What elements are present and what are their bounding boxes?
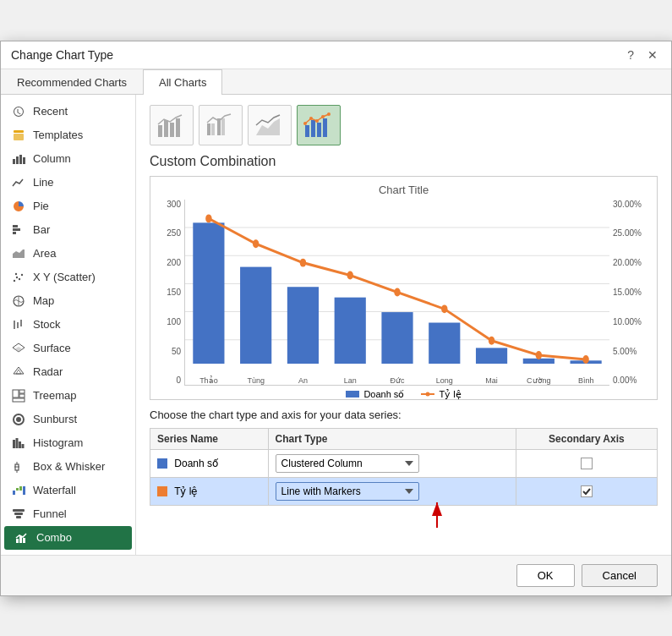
- chart-type-select-doanh-so[interactable]: Clustered Column Line Line with Markers …: [276, 454, 419, 473]
- svg-rect-6: [13, 225, 18, 228]
- chart-thumb-3[interactable]: [248, 105, 292, 145]
- svg-rect-4: [19, 155, 22, 164]
- legend-label-doanh-so: Doanh số: [363, 389, 404, 400]
- svg-rect-48: [158, 125, 162, 137]
- sidebar-item-bar[interactable]: Bar: [1, 218, 135, 242]
- sidebar-label-radar: Radar: [33, 365, 63, 378]
- sidebar-item-templates[interactable]: Templates: [1, 123, 135, 147]
- funnel-icon: [11, 507, 26, 522]
- chart-thumb-4[interactable]: [297, 105, 341, 145]
- svg-rect-60: [323, 118, 327, 137]
- svg-rect-3: [16, 156, 19, 164]
- svg-point-82: [300, 258, 306, 266]
- svg-rect-1: [14, 134, 24, 140]
- chart-plot: Thảo Tùng An Lan Đức Long Mai Cường Bình: [184, 200, 609, 386]
- sidebar-item-recent[interactable]: Recent: [1, 100, 135, 123]
- series-charttype-doanh-so: Clustered Column Line Line with Markers …: [268, 449, 516, 477]
- legend-item-ty-le: Tỷ lệ: [421, 389, 461, 400]
- sidebar-item-histogram[interactable]: Histogram: [1, 431, 135, 455]
- sidebar-item-waterfall[interactable]: Waterfall: [1, 479, 135, 502]
- svg-point-10: [14, 279, 15, 281]
- legend-line-ty-le: [421, 391, 434, 398]
- sidebar-item-column[interactable]: Column: [1, 147, 135, 171]
- bar-icon: [11, 222, 26, 238]
- svg-rect-41: [23, 486, 25, 495]
- svg-rect-50: [170, 123, 174, 137]
- svg-marker-9: [13, 249, 25, 258]
- svg-point-62: [309, 117, 313, 120]
- sidebar-label-area: Area: [33, 247, 56, 260]
- sidebar-item-map[interactable]: Map: [1, 289, 135, 313]
- svg-point-81: [253, 239, 259, 248]
- legend-label-ty-le: Tỷ lệ: [439, 389, 461, 400]
- series-charttype-ty-le: Clustered Column Line with Markers Line …: [268, 477, 516, 505]
- sidebar-item-area[interactable]: Area: [1, 242, 135, 266]
- sidebar-item-combo[interactable]: Combo: [4, 526, 132, 550]
- sidebar-label-histogram: Histogram: [33, 436, 83, 449]
- tab-all-charts[interactable]: All Charts: [143, 69, 222, 95]
- sidebar-label-recent: Recent: [33, 105, 68, 118]
- sidebar-item-pie[interactable]: Pie: [1, 195, 135, 218]
- svg-marker-56: [256, 118, 280, 135]
- col-secondary-axis: Secondary Axis: [516, 428, 657, 449]
- sidebar-item-radar[interactable]: Radar: [1, 360, 135, 384]
- sidebar-item-surface[interactable]: Surface: [1, 337, 135, 360]
- sidebar-item-funnel[interactable]: Funnel: [1, 502, 135, 526]
- svg-rect-45: [16, 539, 19, 543]
- sidebar-item-boxwhisker[interactable]: Box & Whisker: [1, 455, 135, 479]
- sidebar-label-templates: Templates: [33, 129, 83, 141]
- tab-recommended[interactable]: Recommended Charts: [1, 69, 143, 95]
- svg-point-87: [536, 351, 542, 359]
- chart-thumb-1[interactable]: [150, 105, 194, 145]
- help-button[interactable]: ?: [624, 48, 637, 62]
- svg-rect-0: [14, 130, 24, 133]
- svg-rect-72: [240, 266, 271, 363]
- svg-rect-51: [176, 118, 180, 137]
- sidebar-label-stock: Stock: [33, 318, 61, 331]
- sidebar-label-waterfall: Waterfall: [33, 484, 76, 496]
- svg-point-84: [394, 288, 400, 296]
- sidebar-label-funnel: Funnel: [33, 507, 67, 520]
- sidebar-item-sunburst[interactable]: Sunburst: [1, 408, 135, 431]
- sunburst-icon: [11, 412, 26, 427]
- area-icon: [11, 246, 26, 261]
- svg-rect-5: [23, 157, 25, 164]
- chart-thumb-2[interactable]: [199, 105, 243, 145]
- svg-rect-47: [23, 538, 25, 543]
- tabs-row: Recommended Charts All Charts: [1, 69, 671, 95]
- secondary-axis-checkbox-doanh-so[interactable]: [581, 458, 593, 469]
- sidebar-label-treemap: Treemap: [33, 389, 77, 402]
- sidebar-label-boxwhisker: Box & Whisker: [33, 460, 105, 473]
- histogram-icon: [11, 436, 26, 451]
- svg-point-86: [489, 336, 494, 344]
- table-row-ty-le: Tỷ lệ Clustered Column Line with Markers…: [150, 477, 658, 505]
- sidebar-item-treemap[interactable]: Treemap: [1, 384, 135, 408]
- treemap-icon: [11, 388, 26, 403]
- svg-rect-42: [13, 509, 25, 512]
- sidebar-item-line[interactable]: Line: [1, 171, 135, 195]
- svg-point-13: [21, 273, 23, 275]
- svg-rect-24: [13, 390, 19, 398]
- ok-button[interactable]: OK: [516, 564, 575, 587]
- svg-point-11: [16, 276, 18, 277]
- col-chart-type: Chart Type: [268, 428, 516, 449]
- svg-rect-55: [221, 118, 225, 135]
- svg-rect-7: [13, 228, 20, 231]
- cancel-button[interactable]: Cancel: [582, 564, 658, 587]
- map-icon: [11, 293, 26, 309]
- secondary-axis-checkbox-ty-le[interactable]: [581, 485, 593, 497]
- sidebar-item-stock[interactable]: Stock: [1, 313, 135, 337]
- svg-rect-39: [16, 488, 19, 491]
- series-name-ty-le: Tỷ lệ: [150, 477, 269, 505]
- line-icon: [11, 175, 26, 190]
- svg-rect-8: [13, 232, 16, 234]
- svg-point-90: [426, 392, 430, 397]
- chart-title-label: Chart Title: [157, 184, 650, 196]
- radar-icon: [11, 365, 26, 380]
- secondary-axis-cell-ty-le: [516, 477, 657, 505]
- chart-previews: [150, 105, 658, 145]
- sidebar-item-scatter[interactable]: X Y (Scatter): [1, 266, 135, 289]
- close-button[interactable]: ✕: [644, 48, 661, 62]
- chart-type-select-ty-le[interactable]: Clustered Column Line with Markers Line …: [276, 482, 419, 501]
- svg-point-63: [315, 119, 319, 123]
